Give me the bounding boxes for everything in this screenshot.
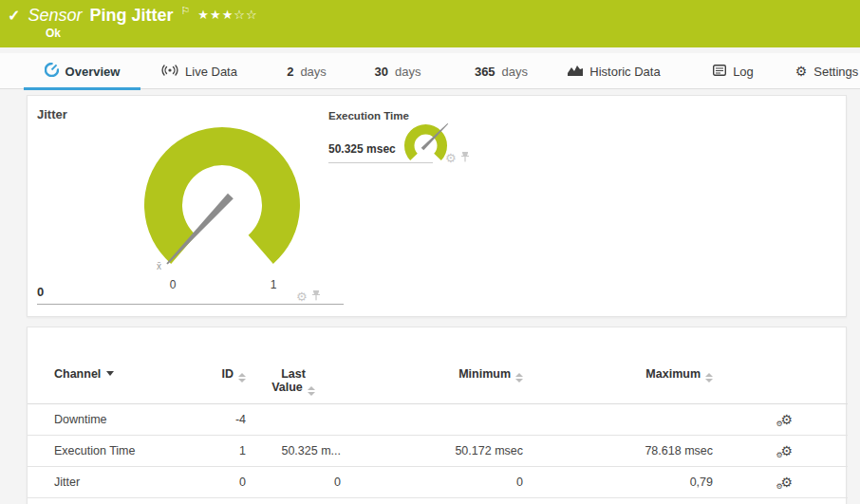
sensor-header: ✓ Sensor Ping Jitter ⚐ ★★★☆☆ Ok [0,0,860,47]
channel-last-value: 0 [246,467,341,498]
sort-icon [705,373,713,383]
tab-label: Settings [813,65,858,79]
tab-2-days[interactable]: 2 days [273,53,340,89]
average-marker: x̄ [157,261,161,271]
column-label: Channel [54,367,101,381]
sort-icon [308,386,315,396]
channel-last-value [246,404,341,436]
tab-unit: days [395,65,421,79]
chart-icon [568,65,583,79]
tab-number: 365 [475,65,495,79]
broadcast-icon [161,65,178,79]
execution-widget-divider [328,162,433,163]
channel-id: -4 [191,404,246,436]
sort-desc-icon [106,371,114,376]
column-label: Last [281,367,306,381]
jitter-current-value: 0 [37,285,44,299]
column-label: Value [271,381,303,394]
tab-unit: days [502,65,528,79]
sort-icon [238,373,246,383]
gauge-scale-min: 0 [165,278,180,291]
tab-log[interactable]: Log [702,53,764,89]
tab-settings[interactable]: ⚙ Settings [794,53,860,89]
widget-gear-icon[interactable]: ⚙ [445,152,457,164]
tab-30-days[interactable]: 30 days [361,53,435,89]
status-ok-icon: ✓ [8,7,20,25]
channel-name[interactable]: Execution Time [28,436,191,467]
tab-live-data[interactable]: Live Data [152,53,247,89]
channel-id: 1 [191,436,246,467]
channel-maximum: 78.618 msec [523,436,713,467]
channel-settings-icon[interactable]: ⚙⚙ [780,476,793,489]
tab-365-days[interactable]: 365 days [458,53,544,89]
page-title: Ping Jitter [89,6,173,26]
channel-minimum [341,404,523,436]
execution-widget-icons: ⚙ [445,149,470,166]
pin-icon[interactable] [460,149,470,166]
table-row: Downtime -4 ⚙⚙ [28,404,848,436]
channel-last-value: 50.325 m... [246,436,341,467]
channel-name[interactable]: Downtime [28,404,191,436]
tab-overview[interactable]: Overview [24,53,140,89]
column-label: Minimum [458,367,511,381]
channels-panel: Channel ID Last Value Minimum Maximum [27,327,847,504]
channel-settings-icon[interactable]: ⚙⚙ [780,413,793,426]
tab-label: Log [733,65,754,79]
tab-historic-data[interactable]: Historic Data [558,53,670,89]
active-tab-underline [24,87,140,90]
execution-time-value: 50.325 msec [328,142,396,156]
tab-number: 2 [287,65,293,79]
channel-maximum: 0,79 [523,467,713,498]
gauge-scale-max: 1 [266,278,281,291]
object-type-label: Sensor [28,6,82,26]
gauge-icon [45,63,59,80]
column-header-channel[interactable]: Channel [28,327,191,404]
channels-table: Channel ID Last Value Minimum Maximum [28,327,848,498]
tab-unit: days [300,65,326,79]
column-header-minimum[interactable]: Minimum [341,327,523,404]
channel-name[interactable]: Jitter [28,467,191,498]
table-row: Jitter 0 0 0 0,79 ⚙⚙ [28,467,848,498]
channel-id: 0 [191,467,246,498]
tab-number: 30 [375,65,388,79]
column-header-maximum[interactable]: Maximum [523,327,713,404]
status-badge: Ok [46,27,61,40]
log-list-icon [713,65,726,79]
jitter-widget-icons: ⚙ [296,288,321,305]
tab-label: Live Data [185,65,237,79]
priority-stars[interactable]: ★★★☆☆ [197,8,257,22]
pin-icon[interactable] [311,288,321,305]
channel-minimum: 50.172 msec [341,436,523,467]
column-header-last-value[interactable]: Last Value [246,327,341,404]
channel-settings-icon[interactable]: ⚙⚙ [780,444,793,457]
gauges-panel: Jitter x̄ 0 1 0 ⚙ Execution Time 50.325 … [27,95,847,317]
column-header-actions [713,327,848,404]
column-label: Maximum [645,367,701,381]
channel-minimum: 0 [341,467,523,498]
channel-maximum [523,404,713,436]
table-header-row: Channel ID Last Value Minimum Maximum [28,327,848,404]
widget-gear-icon[interactable]: ⚙ [296,290,308,303]
column-label: ID [222,367,234,381]
jitter-gauge [137,120,308,270]
tab-label: Overview [65,65,121,79]
column-header-id[interactable]: ID [191,327,246,404]
flag-icon: ⚐ [180,5,190,17]
tab-bar: Overview Live Data 2 days 30 days 365 da… [0,53,860,89]
gear-icon: ⚙ [795,65,808,78]
table-row: Execution Time 1 50.325 m... 50.172 msec… [28,436,848,467]
jitter-widget-divider [37,304,344,305]
tab-label: Historic Data [589,65,660,79]
sort-icon [515,373,523,383]
jitter-gauge-title: Jitter [37,107,67,121]
